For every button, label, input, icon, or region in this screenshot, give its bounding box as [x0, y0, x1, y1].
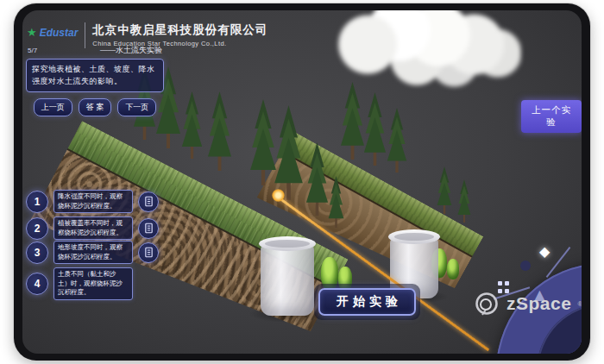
task-number-badge: 2	[26, 217, 48, 240]
menu-dot-icon[interactable]	[520, 260, 531, 271]
panel-nav: 上一页 答 案 下一页	[26, 98, 164, 116]
registered-mark: ®	[577, 301, 582, 307]
answer-button[interactable]: 答 案	[79, 98, 112, 116]
edustar-logo-text: Edustar	[40, 27, 79, 39]
notes-icon	[143, 196, 154, 207]
start-experiment-button[interactable]: 开始实验	[318, 288, 416, 316]
company-block: 北京中教启星科技股份有限公司 China Education Star Tech…	[92, 22, 267, 47]
next-page-button[interactable]: 下一页	[117, 98, 156, 116]
zspace-swirl-icon	[473, 290, 500, 317]
stylus-ray-tip	[272, 189, 285, 202]
task-number-badge: 1	[26, 191, 48, 213]
task-number-badge: 3	[26, 242, 48, 264]
experiment-title: ——水土流失实验	[100, 45, 162, 56]
conifer-tree-icon	[274, 105, 304, 200]
page-indicator: 5/7	[28, 47, 37, 54]
record-button[interactable]	[138, 191, 159, 212]
experiment-description: 探究地表植被、土质、坡度、降水强度对水土流失的影响。	[26, 59, 164, 92]
record-button[interactable]	[138, 242, 159, 263]
task-text: 土质不同（黏土和沙土）时，观察烧杯泥沙沉积程度。	[53, 267, 133, 300]
task-row: 4 土质不同（黏土和沙土）时，观察烧杯泥沙沉积程度。	[26, 267, 133, 300]
task-row: 3 地形坡度不同时，观察烧杯泥沙沉积程度。	[26, 241, 159, 264]
bush-icon	[447, 259, 459, 279]
task-text: 植被覆盖率不同时，观察烧杯泥沙沉积程度。	[53, 217, 133, 240]
task-row: 1 降水强度不同时，观察烧杯泥沙沉积程度。	[26, 190, 159, 213]
previous-experiment-button[interactable]: 上一个实验	[521, 100, 582, 133]
screenshot: ◆ ▲ zSpace ® ★ Edustar	[0, 0, 604, 364]
conifer-tree-icon	[181, 91, 203, 159]
gem-icon[interactable]: ◆	[539, 243, 550, 260]
task-row: 2 植被覆盖率不同时，观察烧杯泥沙沉积程度。	[26, 217, 159, 240]
task-text: 地形坡度不同时，观察烧杯泥沙沉积程度。	[53, 241, 133, 264]
star-icon: ★	[27, 26, 37, 39]
company-name-cn: 北京中教启星科技股份有限公司	[92, 22, 267, 38]
task-number-badge: 4	[26, 273, 48, 295]
task-text: 降水强度不同时，观察烧杯泥沙沉积程度。	[53, 190, 133, 213]
zspace-wordmark: zSpace	[506, 293, 571, 314]
conifer-tree-icon	[305, 142, 329, 216]
app-window: ◆ ▲ zSpace ® ★ Edustar	[14, 3, 590, 361]
record-button[interactable]	[138, 218, 159, 239]
notes-icon	[143, 247, 154, 258]
conifer-tree-icon	[207, 91, 232, 171]
zspace-logo: zSpace ®	[473, 290, 582, 317]
conifer-tree-icon	[328, 176, 344, 228]
task-panel: 5/7 ——水土流失实验 探究地表植被、土质、坡度、降水强度对水土流失的影响。 …	[26, 45, 164, 116]
collection-beaker-left	[261, 243, 314, 316]
edustar-logo: ★ Edustar	[27, 22, 78, 39]
notes-icon	[143, 223, 154, 234]
prev-page-button[interactable]: 上一页	[34, 98, 72, 116]
experiment-scene[interactable]: ◆ ▲ zSpace ® ★ Edustar	[22, 10, 582, 354]
start-experiment-wrap: 开始实验	[314, 284, 420, 320]
task-panel-header: 5/7 ——水土流失实验	[26, 45, 164, 56]
